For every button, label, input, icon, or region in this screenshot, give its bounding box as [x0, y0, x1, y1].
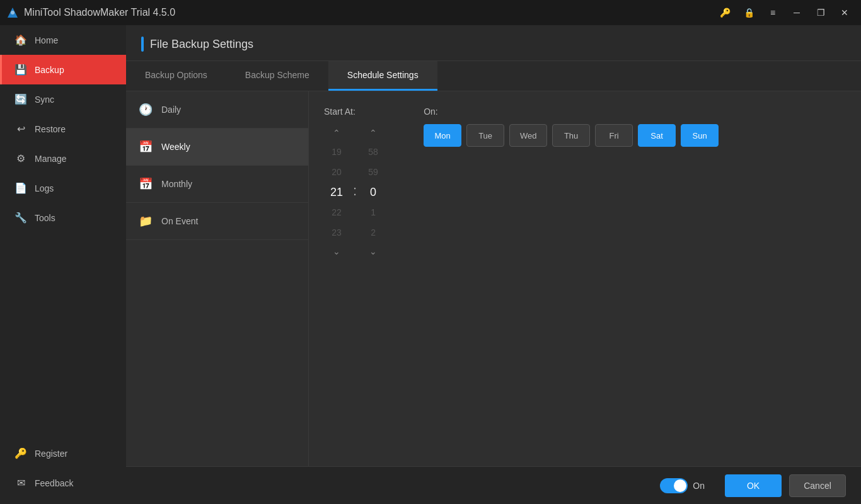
- sidebar-label-register: Register: [35, 449, 67, 459]
- page-title-accent: [141, 37, 144, 52]
- time-picker: ⌃ 19 20 21 22 23 ⌄ : ⌃: [324, 124, 386, 260]
- on-section: On: Mon Tue Wed Thu Fri Sat Sun: [424, 106, 719, 147]
- toggle-label: On: [693, 481, 705, 491]
- option-weekly-label: Weekly: [161, 142, 190, 152]
- hour-val-23: 23: [324, 222, 349, 243]
- close-button[interactable]: ✕: [835, 3, 855, 23]
- app-title: MiniTool ShadowMaker Trial 4.5.0: [24, 7, 175, 18]
- toggle-knob: [674, 479, 686, 492]
- day-mon[interactable]: Mon: [424, 124, 461, 147]
- hour-val-20: 20: [324, 162, 349, 182]
- start-at-section: Start At: ⌃ 19 20 21 22 23 ⌄: [324, 106, 846, 260]
- restore-icon: ↩: [14, 123, 27, 135]
- minute-val-2: 2: [361, 222, 386, 243]
- time-colon: :: [353, 183, 357, 202]
- hour-down-button[interactable]: ⌄: [324, 243, 349, 260]
- sidebar-label-backup: Backup: [35, 65, 64, 75]
- on-label: On:: [424, 106, 719, 117]
- minute-val-58: 58: [361, 142, 386, 162]
- hour-up-button[interactable]: ⌃: [324, 124, 349, 142]
- sidebar-item-logs[interactable]: 📄 Logs: [0, 173, 126, 203]
- hour-val-21: 21: [324, 182, 349, 202]
- minute-column: ⌃ 58 59 0 1 2 ⌄: [361, 124, 386, 260]
- sidebar-item-tools[interactable]: 🔧 Tools: [0, 203, 126, 232]
- tab-row: Backup Options Backup Scheme Schedule Se…: [126, 61, 861, 91]
- day-wed[interactable]: Wed: [509, 124, 547, 147]
- hour-val-19: 19: [324, 142, 349, 162]
- minute-val-0: 0: [361, 182, 386, 202]
- weekly-icon: 📅: [139, 140, 153, 154]
- manage-icon: ⚙: [14, 152, 27, 164]
- options-list: 🕐 Daily 📅 Weekly 📅 Monthly 📁 On Event: [126, 91, 309, 466]
- title-bar-controls: 🔑 🔒 ≡ ─ ❐ ✕: [715, 3, 855, 23]
- content-area: File Backup Settings Backup Options Back…: [126, 25, 861, 504]
- key-button[interactable]: 🔑: [715, 3, 735, 23]
- hour-column: ⌃ 19 20 21 22 23 ⌄: [324, 124, 349, 260]
- sidebar-label-restore: Restore: [35, 124, 66, 134]
- toggle-switch[interactable]: [660, 478, 688, 493]
- schedule-panel: Start At: ⌃ 19 20 21 22 23 ⌄: [309, 91, 861, 466]
- minimize-button[interactable]: ─: [787, 3, 807, 23]
- day-thu[interactable]: Thu: [552, 124, 590, 147]
- home-icon: 🏠: [14, 34, 27, 46]
- page-title-bar: File Backup Settings: [126, 25, 861, 61]
- feedback-icon: ✉: [14, 477, 27, 489]
- day-tue[interactable]: Tue: [466, 124, 504, 147]
- hour-val-22: 22: [324, 202, 349, 222]
- sidebar-item-feedback[interactable]: ✉ Feedback: [0, 468, 126, 498]
- tab-backup-scheme[interactable]: Backup Scheme: [226, 61, 328, 91]
- minute-val-59: 59: [361, 162, 386, 182]
- sidebar-item-manage[interactable]: ⚙ Manage: [0, 144, 126, 173]
- sidebar-bottom: 🔑 Register ✉ Feedback: [0, 438, 126, 504]
- sidebar-item-register[interactable]: 🔑 Register: [0, 438, 126, 468]
- toggle-container: On: [660, 478, 705, 493]
- logs-icon: 📄: [14, 182, 27, 194]
- app-logo-icon: [6, 6, 19, 19]
- day-sun[interactable]: Sun: [681, 124, 719, 147]
- day-fri[interactable]: Fri: [595, 124, 633, 147]
- restore-button[interactable]: ❐: [811, 3, 831, 23]
- start-at-left: Start At: ⌃ 19 20 21 22 23 ⌄: [324, 106, 386, 260]
- option-weekly[interactable]: 📅 Weekly: [126, 129, 308, 166]
- option-on-event[interactable]: 📁 On Event: [126, 203, 308, 240]
- cancel-button[interactable]: Cancel: [789, 474, 846, 497]
- start-at-label: Start At:: [324, 106, 355, 117]
- minute-up-button[interactable]: ⌃: [361, 124, 386, 142]
- sidebar-label-sync: Sync: [35, 94, 54, 105]
- page-title: File Backup Settings: [150, 38, 253, 51]
- backup-icon: 💾: [14, 64, 27, 76]
- daily-icon: 🕐: [139, 103, 153, 117]
- svg-point-1: [11, 11, 14, 14]
- lock-button[interactable]: 🔒: [739, 3, 759, 23]
- monthly-icon: 📅: [139, 177, 153, 191]
- main-panel: 🕐 Daily 📅 Weekly 📅 Monthly 📁 On Event: [126, 91, 861, 466]
- sidebar-item-backup[interactable]: 💾 Backup: [0, 55, 126, 84]
- title-bar: MiniTool ShadowMaker Trial 4.5.0 🔑 🔒 ≡ ─…: [0, 0, 861, 25]
- option-on-event-label: On Event: [161, 216, 198, 226]
- main-layout: 🏠 Home 💾 Backup 🔄 Sync ↩ Restore ⚙ Manag…: [0, 25, 861, 504]
- on-event-icon: 📁: [139, 214, 153, 228]
- sidebar-label-manage: Manage: [35, 154, 67, 164]
- sidebar-item-home[interactable]: 🏠 Home: [0, 25, 126, 55]
- tools-icon: 🔧: [14, 212, 27, 224]
- sidebar-label-feedback: Feedback: [35, 478, 73, 488]
- days-row: Mon Tue Wed Thu Fri Sat Sun: [424, 124, 719, 147]
- register-icon: 🔑: [14, 447, 27, 459]
- ok-button[interactable]: OK: [725, 474, 782, 497]
- option-daily-label: Daily: [161, 105, 181, 115]
- sidebar: 🏠 Home 💾 Backup 🔄 Sync ↩ Restore ⚙ Manag…: [0, 25, 126, 504]
- option-monthly[interactable]: 📅 Monthly: [126, 166, 308, 203]
- day-sat[interactable]: Sat: [638, 124, 676, 147]
- option-daily[interactable]: 🕐 Daily: [126, 91, 308, 129]
- minute-down-button[interactable]: ⌄: [361, 243, 386, 260]
- tab-schedule-settings[interactable]: Schedule Settings: [328, 61, 437, 91]
- sync-icon: 🔄: [14, 93, 27, 105]
- minute-val-1: 1: [361, 202, 386, 222]
- menu-button[interactable]: ≡: [763, 3, 783, 23]
- sidebar-label-home: Home: [35, 35, 58, 45]
- bottom-bar: On OK Cancel: [126, 466, 861, 504]
- sidebar-item-sync[interactable]: 🔄 Sync: [0, 84, 126, 114]
- tab-backup-options[interactable]: Backup Options: [126, 61, 226, 91]
- option-monthly-label: Monthly: [161, 179, 192, 189]
- sidebar-item-restore[interactable]: ↩ Restore: [0, 114, 126, 144]
